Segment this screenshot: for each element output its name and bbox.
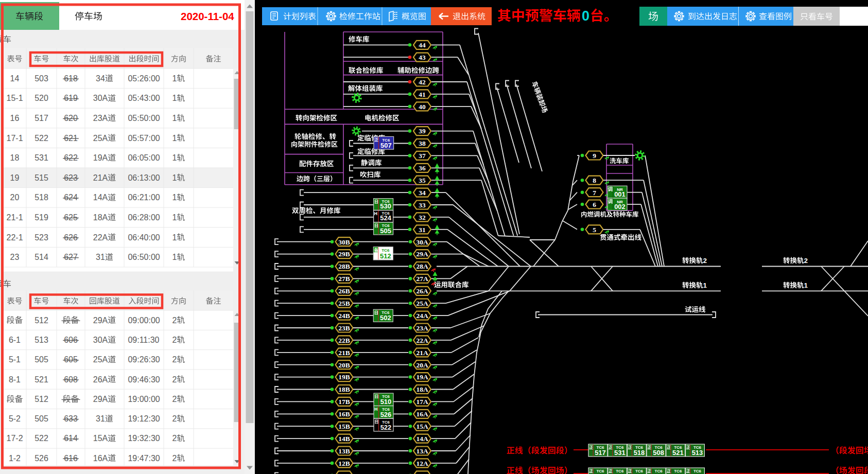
- svg-text:1: 1: [172, 253, 177, 261]
- svg-text:624: 624: [64, 193, 78, 202]
- svg-text:620: 620: [64, 114, 78, 122]
- svg-text:9: 9: [593, 152, 596, 160]
- svg-text:6-1: 6-1: [9, 336, 21, 344]
- svg-text:37: 37: [419, 152, 426, 160]
- svg-text:21B: 21B: [338, 349, 350, 357]
- svg-text:21-1: 21-1: [7, 213, 23, 222]
- svg-text:0: 0: [582, 8, 589, 24]
- svg-text:6: 6: [593, 201, 596, 208]
- svg-text:513: 513: [692, 449, 703, 457]
- svg-text:06:21:00: 06:21:00: [128, 193, 160, 202]
- svg-text:41: 41: [419, 91, 426, 98]
- svg-text:001: 001: [614, 190, 626, 198]
- svg-text:13B: 13B: [338, 447, 350, 455]
- svg-text:19:47:30: 19:47:30: [128, 454, 160, 463]
- svg-text:524: 524: [380, 214, 391, 222]
- svg-text:1-2: 1-2: [9, 454, 21, 463]
- svg-text:1: 1: [804, 282, 808, 289]
- svg-text:513: 513: [34, 336, 48, 344]
- svg-text:42: 42: [419, 78, 426, 86]
- svg-text:TC6: TC6: [596, 469, 604, 473]
- svg-text:06:28:00: 06:28:00: [128, 213, 160, 222]
- svg-text:517: 517: [595, 449, 606, 457]
- svg-text:23B: 23B: [338, 324, 350, 332]
- svg-text:517: 517: [34, 114, 48, 122]
- svg-text:505: 505: [380, 227, 391, 235]
- svg-text:1: 1: [172, 134, 177, 143]
- svg-text:605: 605: [64, 355, 78, 364]
- svg-text:510: 510: [380, 398, 392, 406]
- svg-text:12A: 12A: [416, 460, 428, 467]
- svg-text:1: 1: [172, 193, 177, 202]
- svg-text:09:26:30: 09:26:30: [128, 355, 160, 364]
- svg-text:20: 20: [10, 193, 20, 202]
- svg-text:514: 514: [34, 253, 48, 261]
- svg-text:2: 2: [172, 375, 177, 384]
- svg-text:15-1: 15-1: [7, 94, 23, 102]
- svg-text:29A: 29A: [93, 316, 108, 325]
- svg-text:TC6: TC6: [655, 469, 663, 473]
- svg-text:2: 2: [172, 355, 177, 364]
- svg-text:1: 1: [172, 173, 177, 182]
- svg-text:40: 40: [419, 103, 426, 111]
- svg-text:13A: 13A: [416, 447, 428, 455]
- svg-text:27B: 27B: [338, 275, 350, 283]
- svg-text:14: 14: [10, 74, 20, 83]
- svg-text:22A: 22A: [93, 233, 108, 242]
- svg-text:14A: 14A: [416, 435, 428, 443]
- svg-text:502: 502: [380, 314, 391, 322]
- svg-text:05:26:00: 05:26:00: [128, 74, 160, 83]
- svg-text:1: 1: [172, 74, 177, 83]
- svg-text:33: 33: [419, 201, 426, 209]
- svg-text:19B: 19B: [338, 373, 350, 381]
- svg-text:625: 625: [64, 213, 78, 222]
- svg-text:06:40:00: 06:40:00: [128, 233, 160, 242]
- svg-text:09:46:30: 09:46:30: [128, 375, 160, 384]
- svg-text:618: 618: [64, 74, 78, 83]
- svg-text:19A: 19A: [416, 373, 428, 381]
- svg-text:15B: 15B: [338, 423, 350, 430]
- svg-text:20B: 20B: [338, 361, 350, 369]
- svg-text:39: 39: [419, 127, 426, 135]
- svg-text:507: 507: [380, 142, 392, 149]
- svg-text:26B: 26B: [338, 287, 350, 295]
- svg-text:518: 518: [34, 193, 48, 202]
- svg-text:19:12:30: 19:12:30: [128, 414, 160, 423]
- svg-text:35: 35: [419, 177, 426, 184]
- svg-text:18A: 18A: [93, 213, 108, 222]
- svg-text:TC6: TC6: [616, 469, 624, 473]
- svg-text:530: 530: [380, 202, 391, 210]
- svg-text:2: 2: [172, 454, 177, 463]
- svg-text:518: 518: [634, 449, 645, 457]
- svg-text:29A: 29A: [93, 395, 108, 403]
- svg-text:14A: 14A: [93, 193, 108, 202]
- svg-text:5: 5: [593, 226, 596, 234]
- svg-text:06:05:00: 06:05:00: [128, 153, 160, 162]
- svg-text:25A: 25A: [93, 355, 108, 364]
- svg-text:TC6: TC6: [693, 469, 702, 473]
- svg-text:2020-11-04: 2020-11-04: [181, 10, 234, 22]
- svg-text:522: 522: [34, 134, 48, 143]
- svg-text:522: 522: [34, 434, 48, 443]
- svg-text:522: 522: [380, 424, 392, 431]
- svg-text:TC6: TC6: [635, 469, 644, 473]
- svg-text:19A: 19A: [93, 153, 108, 162]
- svg-text:503: 503: [34, 74, 48, 83]
- svg-text:19: 19: [10, 173, 20, 182]
- svg-text:25A: 25A: [416, 300, 428, 307]
- svg-text:06:13:00: 06:13:00: [128, 173, 160, 182]
- svg-text:515: 515: [34, 173, 48, 182]
- svg-text:09:11:30: 09:11:30: [128, 336, 159, 344]
- svg-text:1: 1: [172, 153, 177, 162]
- svg-text:31: 31: [419, 226, 426, 234]
- svg-text:22-1: 22-1: [7, 233, 23, 242]
- svg-text:12B: 12B: [338, 460, 350, 467]
- svg-text:1: 1: [172, 213, 177, 222]
- svg-text:05:43:00: 05:43:00: [128, 94, 160, 102]
- svg-text:09:00:00: 09:00:00: [128, 316, 160, 325]
- svg-text:2: 2: [172, 316, 177, 325]
- svg-text:23A: 23A: [416, 324, 428, 332]
- svg-text:627: 627: [64, 253, 78, 261]
- svg-text:523: 523: [34, 233, 48, 242]
- svg-text:TC6: TC6: [674, 469, 682, 473]
